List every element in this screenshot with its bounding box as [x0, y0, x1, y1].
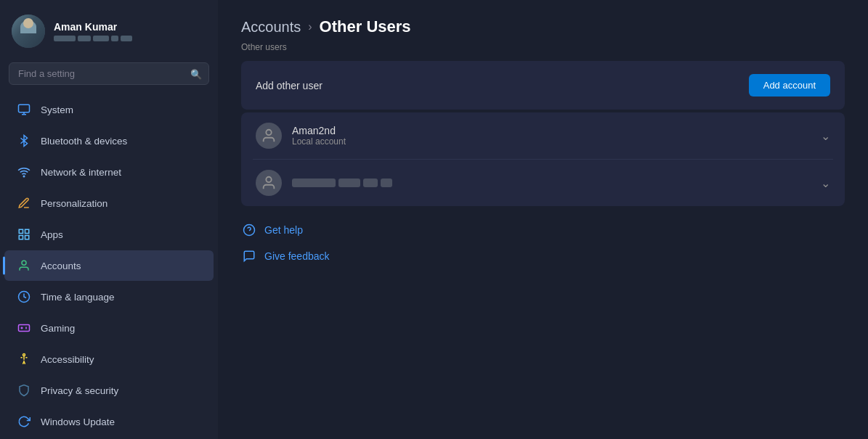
user-info-aman2nd: Aman2nd Local account — [292, 125, 346, 147]
user-avatar-aman2nd — [256, 123, 282, 149]
svg-point-6 — [22, 260, 26, 265]
sidebar-item-label-bluetooth: Bluetooth & devices — [41, 136, 127, 147]
redacted-bar — [292, 179, 336, 187]
breadcrumb-separator: › — [308, 20, 312, 33]
sidebar-item-time[interactable]: Time & language — [4, 282, 214, 312]
user-row-redacted[interactable]: ⌄ — [241, 160, 845, 206]
profile-bar — [121, 36, 132, 41]
profile-bar — [111, 36, 118, 41]
svg-rect-8 — [19, 325, 30, 332]
accessibility-icon — [16, 351, 32, 367]
bluetooth-icon — [16, 133, 32, 149]
svg-point-1 — [23, 176, 25, 177]
sidebar-item-label-personalization: Personalization — [41, 198, 108, 209]
user-left: Aman2nd Local account — [256, 123, 346, 149]
user-left-redacted — [256, 170, 392, 196]
time-icon — [16, 289, 32, 305]
sidebar: Aman Kumar 🔍 System — [0, 0, 218, 439]
add-other-user-card: Add other user Add account — [241, 61, 845, 110]
user-name-aman2nd: Aman2nd — [292, 125, 346, 136]
give-feedback-icon — [241, 248, 257, 264]
sidebar-item-privacy[interactable]: Privacy & security — [4, 375, 214, 406]
get-help-label: Get help — [264, 224, 303, 236]
main-content: Accounts › Other Users Other users Add o… — [218, 0, 868, 439]
sidebar-item-bluetooth[interactable]: Bluetooth & devices — [4, 126, 214, 156]
avatar — [12, 15, 45, 48]
profile-bar — [78, 36, 91, 41]
user-row-aman2nd[interactable]: Aman2nd Local account ⌄ — [241, 112, 845, 159]
svg-point-9 — [23, 354, 25, 356]
svg-rect-5 — [25, 236, 29, 239]
section-label: Other users — [241, 42, 845, 52]
sidebar-item-label-privacy: Privacy & security — [41, 385, 118, 396]
svg-rect-4 — [19, 236, 23, 239]
profile-info: Aman Kumar — [54, 21, 132, 41]
privacy-icon — [16, 382, 32, 398]
sidebar-item-label-accounts: Accounts — [41, 260, 81, 271]
nav-list: System Bluetooth & devices Network & int… — [0, 91, 218, 439]
redacted-bar — [363, 179, 378, 187]
add-other-user-row: Add other user Add account — [241, 61, 845, 110]
breadcrumb-parent[interactable]: Accounts — [241, 19, 301, 36]
sidebar-item-apps[interactable]: Apps — [4, 219, 214, 250]
sidebar-item-system[interactable]: System — [4, 94, 214, 125]
user-name-redacted — [292, 179, 392, 187]
profile-bar — [54, 36, 76, 41]
sidebar-item-label-gaming: Gaming — [41, 323, 75, 334]
user-type-aman2nd: Local account — [292, 136, 346, 147]
redacted-bar — [338, 179, 360, 187]
profile-bar — [93, 36, 109, 41]
add-other-user-label: Add other user — [256, 80, 323, 91]
user-info-redacted — [292, 179, 392, 187]
get-help-link[interactable]: Get help — [241, 219, 845, 241]
users-card: Aman2nd Local account ⌄ — [241, 112, 845, 206]
svg-point-10 — [266, 130, 271, 135]
breadcrumb: Accounts › Other Users — [241, 17, 845, 36]
network-icon — [16, 164, 32, 180]
sidebar-item-gaming[interactable]: Gaming — [4, 313, 214, 343]
help-section: Get help Give feedback — [241, 219, 845, 267]
svg-rect-2 — [19, 229, 23, 233]
user-avatar-redacted — [256, 170, 282, 196]
sidebar-item-accounts[interactable]: Accounts — [4, 250, 214, 281]
chevron-down-icon: ⌄ — [821, 129, 830, 143]
sidebar-item-label-accessibility: Accessibility — [41, 354, 94, 365]
sidebar-item-network[interactable]: Network & internet — [4, 157, 214, 187]
breadcrumb-current: Other Users — [320, 17, 411, 36]
sidebar-item-label-update: Windows Update — [41, 417, 115, 427]
search-icon: 🔍 — [190, 68, 202, 79]
sidebar-item-update[interactable]: Windows Update — [4, 406, 214, 437]
profile-section[interactable]: Aman Kumar — [0, 0, 218, 60]
sidebar-item-label-network: Network & internet — [41, 167, 121, 178]
search-input[interactable] — [9, 62, 209, 85]
sidebar-item-accessibility[interactable]: Accessibility — [4, 344, 214, 374]
profile-bars — [54, 36, 132, 41]
chevron-down-icon: ⌄ — [821, 176, 830, 190]
apps-icon — [16, 226, 32, 242]
add-account-button[interactable]: Add account — [749, 74, 830, 97]
svg-rect-0 — [19, 104, 30, 112]
accounts-icon — [16, 258, 32, 274]
sidebar-item-label-system: System — [41, 104, 73, 115]
search-box[interactable]: 🔍 — [9, 62, 209, 85]
redacted-bar — [381, 179, 392, 187]
avatar-image — [12, 15, 45, 48]
system-icon — [16, 102, 32, 118]
sidebar-item-label-apps: Apps — [41, 229, 63, 240]
personalization-icon — [16, 195, 32, 211]
gaming-icon — [16, 320, 32, 336]
get-help-icon — [241, 222, 257, 238]
update-icon — [16, 414, 32, 430]
give-feedback-link[interactable]: Give feedback — [241, 245, 845, 267]
sidebar-item-personalization[interactable]: Personalization — [4, 188, 214, 218]
svg-point-11 — [266, 177, 271, 182]
svg-rect-3 — [25, 229, 29, 233]
give-feedback-label: Give feedback — [264, 250, 330, 262]
sidebar-item-label-time: Time & language — [41, 292, 115, 303]
profile-name: Aman Kumar — [54, 21, 132, 33]
